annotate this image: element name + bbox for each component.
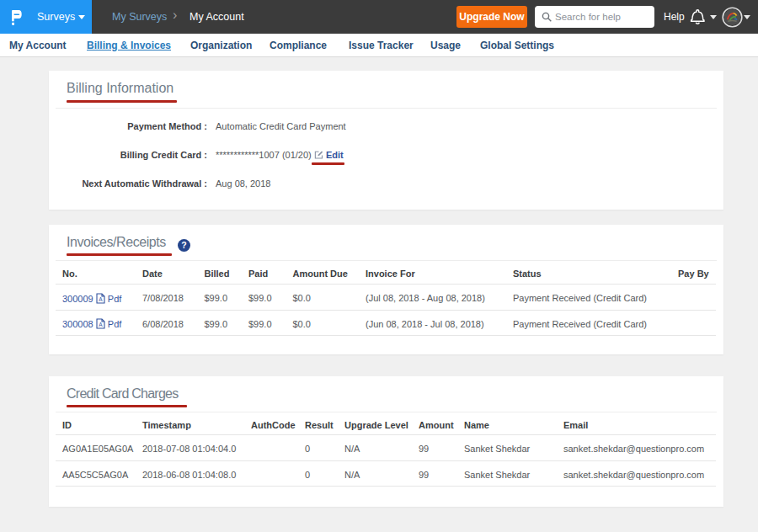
svg-text:A: A — [99, 322, 103, 327]
svg-text:?: ? — [181, 240, 186, 250]
svg-text:A: A — [99, 296, 103, 302]
